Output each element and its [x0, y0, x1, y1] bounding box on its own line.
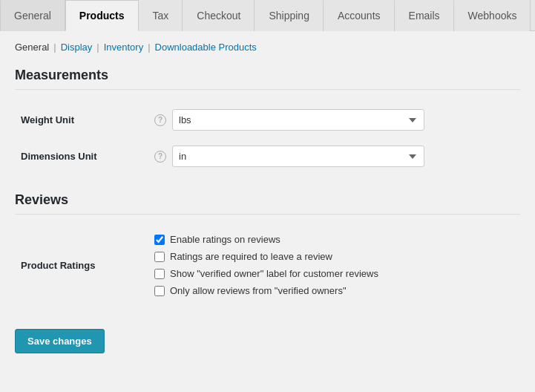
tab-webhooks[interactable]: Webhooks — [454, 0, 531, 31]
main-content: General | Display | Inventory | Download… — [0, 31, 535, 368]
tab-checkout[interactable]: Checkout — [183, 0, 255, 31]
weight-unit-select[interactable]: lbs kg oz g — [172, 109, 424, 131]
checkbox-row-enable-ratings: Enable ratings on reviews — [154, 234, 514, 245]
measurements-heading: Measurements — [15, 68, 520, 90]
tab-general[interactable]: General — [0, 0, 65, 31]
subnav-display[interactable]: Display — [61, 42, 93, 53]
dimensions-unit-row: Dimensions Unit ? in cm m mm yd ft — [15, 138, 520, 174]
subnav-sep-3: | — [148, 42, 150, 53]
only-verified-checkbox[interactable] — [154, 286, 165, 296]
only-verified-label: Only allow reviews from "verified owners… — [170, 285, 347, 296]
tab-accounts[interactable]: Accounts — [324, 0, 395, 31]
tab-products[interactable]: Products — [65, 0, 139, 31]
product-ratings-label: Product Ratings — [21, 260, 95, 271]
tab-shipping[interactable]: Shipping — [255, 0, 324, 31]
ratings-required-checkbox[interactable] — [154, 252, 165, 262]
subnav-inventory[interactable]: Inventory — [104, 42, 143, 53]
checkboxes-group: Enable ratings on reviews Ratings are re… — [154, 234, 514, 296]
weight-unit-row: Weight Unit ? lbs kg oz g — [15, 102, 520, 138]
dimensions-unit-label: Dimensions Unit — [21, 151, 97, 162]
subnav-downloadable[interactable]: Downloadable Products — [155, 42, 257, 53]
dimensions-unit-select[interactable]: in cm m mm yd ft — [172, 146, 424, 167]
weight-unit-help-icon[interactable]: ? — [154, 114, 166, 126]
top-tab-bar: General Products Tax Checkout Shipping A… — [0, 0, 535, 31]
weight-unit-label: Weight Unit — [21, 114, 74, 125]
verified-owner-label-checkbox[interactable] — [154, 269, 165, 279]
dimensions-unit-field-row: ? in cm m mm yd ft — [154, 146, 514, 167]
enable-ratings-checkbox[interactable] — [154, 235, 165, 245]
reviews-heading: Reviews — [15, 192, 520, 215]
subnav-general[interactable]: General — [15, 42, 49, 53]
checkbox-row-ratings-required: Ratings are required to leave a review — [154, 251, 514, 262]
dimensions-unit-help-icon[interactable]: ? — [154, 151, 166, 163]
enable-ratings-label: Enable ratings on reviews — [170, 234, 280, 245]
subnav-sep-2: | — [96, 42, 99, 53]
product-ratings-row: Product Ratings Enable ratings on review… — [15, 226, 520, 304]
subnav-sep-1: | — [53, 42, 56, 53]
weight-unit-field-row: ? lbs kg oz g — [154, 109, 514, 131]
reviews-table: Product Ratings Enable ratings on review… — [15, 226, 520, 304]
measurements-table: Weight Unit ? lbs kg oz g Dimensions Uni… — [15, 102, 520, 174]
tab-emails[interactable]: Emails — [395, 0, 454, 31]
checkbox-row-verified-owner-label: Show "verified owner" label for customer… — [154, 268, 514, 279]
save-changes-button[interactable]: Save changes — [15, 329, 105, 353]
verified-owner-label-text: Show "verified owner" label for customer… — [170, 268, 378, 279]
tab-tax[interactable]: Tax — [139, 0, 183, 31]
sub-navigation: General | Display | Inventory | Download… — [15, 42, 520, 53]
checkbox-row-only-verified: Only allow reviews from "verified owners… — [154, 285, 514, 296]
ratings-required-label: Ratings are required to leave a review — [170, 251, 332, 262]
